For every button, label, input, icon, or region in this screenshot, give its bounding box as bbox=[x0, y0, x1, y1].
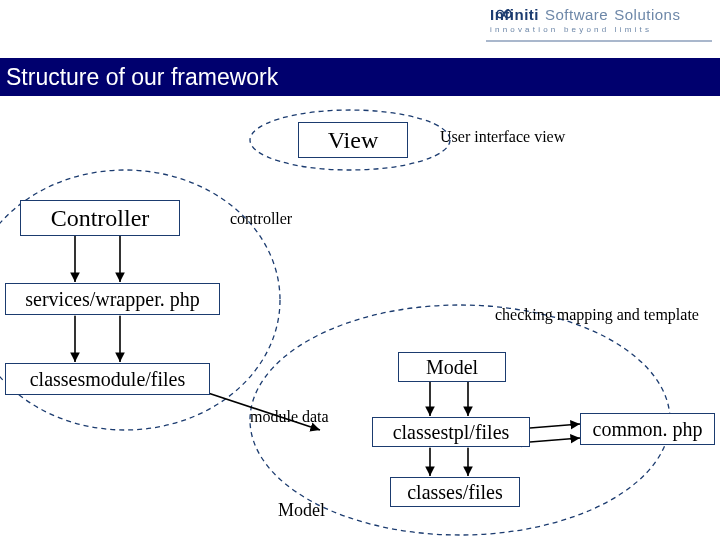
node-model-top: Model bbox=[398, 352, 506, 382]
node-controller-label: Controller bbox=[51, 205, 150, 232]
node-model-bottom: Model bbox=[278, 500, 325, 521]
annotation-controller: controller bbox=[230, 210, 292, 228]
node-classestpl-label: classestpl/files bbox=[393, 421, 510, 444]
node-services-label: services/wrapper. php bbox=[25, 288, 199, 311]
annotation-moduledata: module data bbox=[250, 408, 329, 426]
node-common-label: common. php bbox=[593, 418, 703, 441]
node-classes-label: classes/files bbox=[407, 481, 503, 504]
node-classestpl: classestpl/files bbox=[372, 417, 530, 447]
node-classes: classes/files bbox=[390, 477, 520, 507]
annotation-view: User interface view bbox=[440, 128, 565, 146]
node-common: common. php bbox=[580, 413, 715, 445]
diagram-connectors bbox=[0, 0, 720, 540]
node-classesmodule: classesmodule/files bbox=[5, 363, 210, 395]
node-view: View bbox=[298, 122, 408, 158]
node-services: services/wrapper. php bbox=[5, 283, 220, 315]
node-model-top-label: Model bbox=[426, 356, 478, 379]
node-controller: Controller bbox=[20, 200, 180, 236]
node-classesmodule-label: classesmodule/files bbox=[30, 368, 186, 391]
svg-line-10 bbox=[530, 438, 580, 442]
node-view-label: View bbox=[328, 127, 379, 154]
annotation-services: checking mapping and template bbox=[495, 306, 699, 324]
svg-line-9 bbox=[530, 424, 580, 428]
slide: { "logo": { "brand_a": "Infiniti", "bran… bbox=[0, 0, 720, 540]
